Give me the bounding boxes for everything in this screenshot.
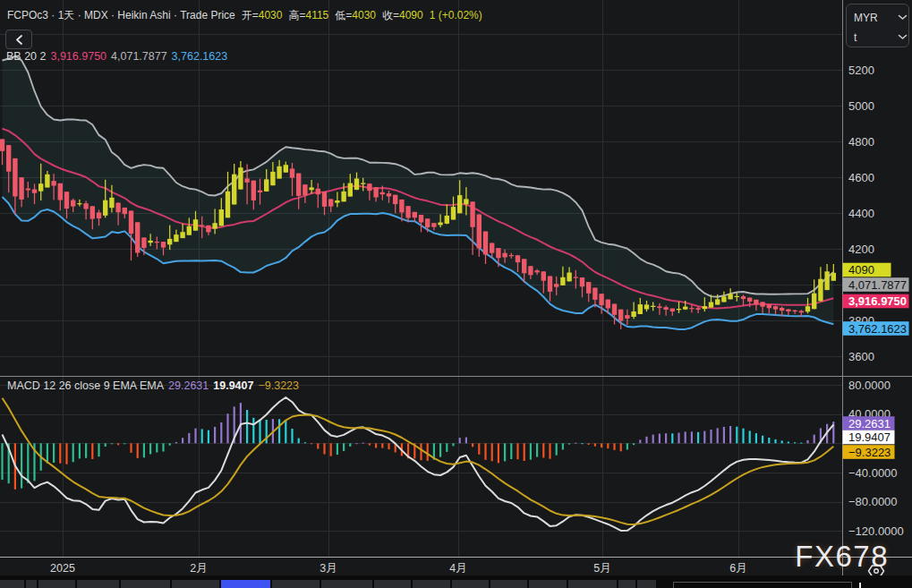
candle-down	[135, 222, 140, 252]
candle-down	[413, 212, 417, 217]
candle-down	[490, 243, 494, 253]
macd-histogram-bar	[755, 433, 757, 443]
candle-wick	[53, 174, 54, 200]
macd-line-value: 19.9407	[213, 379, 253, 392]
macd-histogram-bar	[581, 443, 583, 444]
toolbar-button[interactable]	[77, 580, 119, 588]
macd-indicator-legend[interactable]: MACD 12 26 close 9 EMA EMA29.263119.9407…	[7, 379, 303, 392]
chevron-left-icon	[15, 35, 23, 45]
macd-histogram-bar	[498, 443, 499, 463]
macd-histogram-bar	[524, 443, 525, 461]
candle-up	[167, 239, 172, 244]
candle-down	[599, 294, 603, 305]
macd-histogram-bar	[594, 443, 596, 446]
candle-up	[341, 192, 345, 201]
toolbar-button[interactable]	[618, 580, 635, 588]
candle-down	[322, 192, 327, 207]
macd-histogram-bar	[575, 443, 576, 444]
macd-histogram-bar	[768, 438, 770, 443]
candle-down	[483, 232, 488, 255]
macd-histogram-bar	[298, 439, 300, 444]
macd-histogram-bar	[685, 431, 686, 443]
candle-up	[354, 179, 359, 191]
candle-up	[715, 299, 720, 304]
candle-wick	[439, 214, 440, 227]
toolbar-button[interactable]	[0, 580, 24, 588]
currency-unit-selector: MYR t	[846, 4, 909, 47]
toolbar-button[interactable]	[490, 580, 527, 588]
unit-dropdown[interactable]: t	[854, 29, 857, 46]
back-button[interactable]	[5, 30, 32, 49]
toolbar-button[interactable]	[452, 580, 489, 588]
macd-histogram-bar	[652, 435, 654, 444]
candle-up	[464, 199, 468, 204]
candle-down	[767, 304, 771, 308]
candle-down	[786, 310, 790, 312]
macd-histogram-bar	[491, 443, 493, 461]
macd-histogram-bar	[381, 443, 383, 447]
toolbar-button[interactable]	[26, 580, 37, 588]
macd-histogram-bar	[330, 443, 332, 456]
candle-down	[663, 307, 668, 310]
candle-down	[470, 201, 474, 227]
macd-histogram-bar	[516, 443, 518, 459]
candle-wick	[157, 236, 158, 249]
macd-histogram-bar	[530, 443, 532, 459]
time-axis-label: 3月	[320, 562, 337, 575]
macd-histogram-bar	[633, 443, 635, 445]
candle-up	[38, 183, 43, 192]
toolbar-button-active[interactable]	[221, 580, 270, 588]
candle-up	[818, 279, 823, 302]
macd-histogram-bar	[214, 427, 216, 443]
candle-down	[625, 315, 629, 319]
toolbar-button[interactable]	[529, 580, 567, 588]
toolbar-input[interactable]	[673, 582, 852, 588]
low-value: 4030	[352, 9, 376, 21]
toolbar-button[interactable]	[272, 580, 320, 588]
toolbar-button[interactable]	[413, 580, 450, 588]
symbol-title[interactable]: FCPOc3 · 1天 · MDX · Heikin Ashi · Trade …	[7, 9, 235, 21]
candle-down	[425, 218, 430, 227]
toolbar-button[interactable]	[637, 580, 656, 588]
candle-up	[560, 277, 565, 285]
candle-down	[399, 200, 404, 213]
chart-canvas[interactable]: 52005000480046004400420040003800360080.0…	[0, 0, 912, 588]
toolbar-button[interactable]	[374, 580, 411, 588]
candle-down	[496, 248, 500, 258]
macd-histogram-bar	[446, 443, 447, 452]
macd-histogram-bar	[1, 443, 3, 480]
candle-up	[174, 234, 178, 242]
toolbar-button[interactable]	[321, 580, 372, 588]
candle-down	[670, 309, 675, 311]
time-axis-label: 6月	[729, 562, 746, 575]
candle-down	[367, 183, 371, 191]
last-price-badge-label: 4090	[848, 263, 874, 277]
price-axis-label: 5200	[848, 64, 874, 77]
macd-histogram-bar	[349, 443, 351, 447]
toolbar-button[interactable]	[38, 580, 75, 588]
toolbar-button[interactable]	[568, 580, 617, 588]
candle-down	[580, 277, 584, 286]
macd-histogram-bar	[259, 420, 260, 444]
candle-down	[792, 311, 797, 311]
bb-indicator-legend[interactable]: BB 20 23,916.97504,071.78773,762.1623	[6, 50, 232, 63]
macd-histogram-bar	[362, 443, 364, 444]
bb-upper-badge-label: 4,071.7877	[848, 278, 907, 292]
macd-histogram-bar	[156, 443, 158, 452]
macd-histogram-bar	[781, 440, 783, 443]
candle-down	[129, 211, 133, 234]
time-axis-label: 5月	[593, 562, 610, 575]
toolbar-button[interactable]	[172, 580, 219, 588]
macd-histogram-bar	[439, 443, 441, 456]
candle-up	[284, 165, 288, 173]
macd-signal-badge-label: −9.3223	[848, 446, 891, 459]
candle-up	[219, 209, 224, 226]
price-axis-label: 4600	[848, 171, 874, 184]
macd-axis-label: 80.0000	[848, 379, 891, 392]
macd-histogram-bar	[774, 439, 776, 443]
macd-line-badge-label: 19.9407	[848, 430, 891, 444]
toolbar-button[interactable]	[121, 580, 170, 588]
candle-down	[502, 253, 507, 258]
macd-histogram-bar	[105, 443, 107, 447]
currency-dropdown[interactable]: MYR	[854, 9, 878, 26]
